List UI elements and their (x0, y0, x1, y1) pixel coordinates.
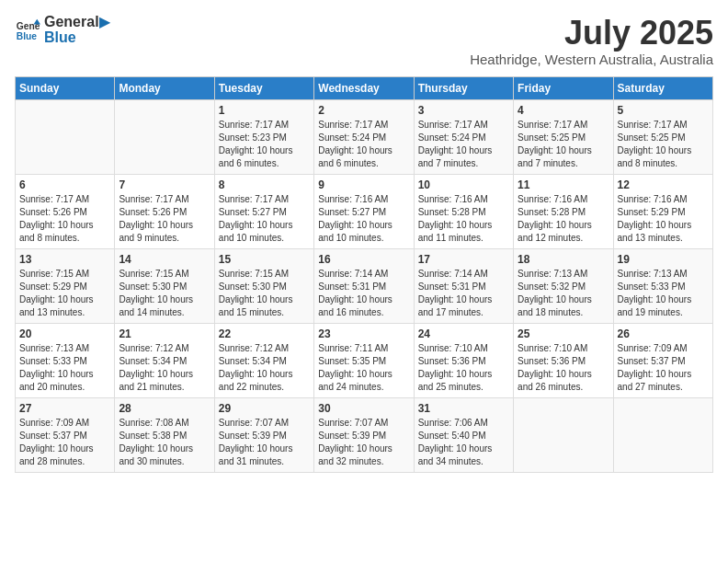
calendar-header-row: SundayMondayTuesdayWednesdayThursdayFrid… (16, 76, 713, 99)
day-info: Sunrise: 7:09 AMSunset: 5:37 PMDaylight:… (618, 342, 709, 394)
calendar-cell: 25Sunrise: 7:10 AMSunset: 5:36 PMDayligh… (514, 323, 613, 397)
calendar-cell: 13Sunrise: 7:15 AMSunset: 5:29 PMDayligh… (16, 248, 115, 323)
calendar-cell: 30Sunrise: 7:07 AMSunset: 5:39 PMDayligh… (314, 397, 414, 472)
day-number: 22 (219, 327, 310, 340)
day-info: Sunrise: 7:14 AMSunset: 5:31 PMDaylight:… (418, 268, 509, 319)
day-number: 26 (618, 327, 709, 340)
month-title: July 2025 (470, 15, 713, 52)
day-header-sunday: Sunday (16, 76, 115, 99)
day-info: Sunrise: 7:13 AMSunset: 5:33 PMDaylight:… (618, 268, 709, 319)
day-number: 23 (318, 327, 409, 340)
calendar-cell: 15Sunrise: 7:15 AMSunset: 5:30 PMDayligh… (214, 248, 313, 323)
calendar-cell: 21Sunrise: 7:12 AMSunset: 5:34 PMDayligh… (115, 323, 214, 397)
day-number: 20 (19, 327, 110, 340)
day-number: 12 (618, 178, 709, 191)
calendar-table: SundayMondayTuesdayWednesdayThursdayFrid… (15, 76, 713, 473)
day-info: Sunrise: 7:17 AMSunset: 5:27 PMDaylight:… (219, 193, 310, 245)
calendar-cell: 26Sunrise: 7:09 AMSunset: 5:37 PMDayligh… (613, 323, 712, 397)
day-info: Sunrise: 7:11 AMSunset: 5:35 PMDaylight:… (318, 342, 409, 394)
day-info: Sunrise: 7:07 AMSunset: 5:39 PMDaylight:… (219, 417, 310, 468)
day-info: Sunrise: 7:17 AMSunset: 5:24 PMDaylight:… (418, 119, 509, 170)
page-header: General Blue General▶ Blue July 2025 Hea… (15, 15, 713, 67)
day-info: Sunrise: 7:13 AMSunset: 5:32 PMDaylight:… (518, 268, 609, 319)
day-number: 21 (119, 327, 210, 340)
day-number: 4 (518, 104, 609, 117)
day-info: Sunrise: 7:12 AMSunset: 5:34 PMDaylight:… (119, 342, 210, 394)
day-number: 28 (119, 402, 210, 415)
day-number: 11 (518, 178, 609, 191)
calendar-cell: 12Sunrise: 7:16 AMSunset: 5:29 PMDayligh… (613, 174, 712, 248)
calendar-cell (115, 99, 214, 174)
day-header-monday: Monday (115, 76, 214, 99)
day-header-friday: Friday (514, 76, 613, 99)
calendar-cell (613, 397, 712, 472)
day-number: 27 (19, 402, 110, 415)
day-number: 25 (518, 327, 609, 340)
calendar-cell: 1Sunrise: 7:17 AMSunset: 5:23 PMDaylight… (214, 99, 313, 174)
day-info: Sunrise: 7:10 AMSunset: 5:36 PMDaylight:… (418, 342, 509, 394)
calendar-cell: 23Sunrise: 7:11 AMSunset: 5:35 PMDayligh… (314, 323, 414, 397)
day-number: 14 (119, 253, 210, 266)
calendar-cell: 29Sunrise: 7:07 AMSunset: 5:39 PMDayligh… (214, 397, 313, 472)
day-number: 8 (219, 178, 310, 191)
day-number: 29 (219, 402, 310, 415)
day-info: Sunrise: 7:09 AMSunset: 5:37 PMDaylight:… (19, 417, 110, 468)
day-info: Sunrise: 7:14 AMSunset: 5:31 PMDaylight:… (318, 268, 409, 319)
svg-text:Blue: Blue (17, 31, 38, 41)
calendar-cell: 17Sunrise: 7:14 AMSunset: 5:31 PMDayligh… (414, 248, 513, 323)
calendar-cell: 16Sunrise: 7:14 AMSunset: 5:31 PMDayligh… (314, 248, 414, 323)
calendar-cell: 4Sunrise: 7:17 AMSunset: 5:25 PMDaylight… (514, 99, 613, 174)
day-info: Sunrise: 7:17 AMSunset: 5:23 PMDaylight:… (219, 119, 310, 170)
day-info: Sunrise: 7:16 AMSunset: 5:29 PMDaylight:… (618, 193, 709, 245)
day-number: 10 (418, 178, 509, 191)
calendar-cell: 24Sunrise: 7:10 AMSunset: 5:36 PMDayligh… (414, 323, 513, 397)
day-info: Sunrise: 7:06 AMSunset: 5:40 PMDaylight:… (418, 417, 509, 468)
calendar-cell: 31Sunrise: 7:06 AMSunset: 5:40 PMDayligh… (414, 397, 513, 472)
calendar-cell: 5Sunrise: 7:17 AMSunset: 5:25 PMDaylight… (613, 99, 712, 174)
calendar-cell: 11Sunrise: 7:16 AMSunset: 5:28 PMDayligh… (514, 174, 613, 248)
calendar-cell: 6Sunrise: 7:17 AMSunset: 5:26 PMDaylight… (16, 174, 115, 248)
day-info: Sunrise: 7:17 AMSunset: 5:24 PMDaylight:… (318, 119, 409, 170)
calendar-cell (514, 397, 613, 472)
day-number: 9 (318, 178, 409, 191)
calendar-cell: 27Sunrise: 7:09 AMSunset: 5:37 PMDayligh… (16, 397, 115, 472)
day-info: Sunrise: 7:15 AMSunset: 5:30 PMDaylight:… (119, 268, 210, 319)
day-number: 13 (19, 253, 110, 266)
calendar-cell: 18Sunrise: 7:13 AMSunset: 5:32 PMDayligh… (514, 248, 613, 323)
calendar-cell: 8Sunrise: 7:17 AMSunset: 5:27 PMDaylight… (214, 174, 313, 248)
day-header-tuesday: Tuesday (214, 76, 313, 99)
location-title: Heathridge, Western Australia, Australia (470, 52, 713, 67)
day-number: 15 (219, 253, 310, 266)
day-number: 24 (418, 327, 509, 340)
day-info: Sunrise: 7:17 AMSunset: 5:26 PMDaylight:… (19, 193, 110, 245)
day-number: 18 (518, 253, 609, 266)
day-info: Sunrise: 7:10 AMSunset: 5:36 PMDaylight:… (518, 342, 609, 394)
day-number: 30 (318, 402, 409, 415)
day-number: 5 (618, 104, 709, 117)
calendar-cell: 10Sunrise: 7:16 AMSunset: 5:28 PMDayligh… (414, 174, 513, 248)
day-info: Sunrise: 7:15 AMSunset: 5:29 PMDaylight:… (19, 268, 110, 319)
calendar-body: 1Sunrise: 7:17 AMSunset: 5:23 PMDaylight… (16, 99, 713, 472)
day-number: 19 (618, 253, 709, 266)
calendar-week-3: 13Sunrise: 7:15 AMSunset: 5:29 PMDayligh… (16, 248, 713, 323)
calendar-cell: 28Sunrise: 7:08 AMSunset: 5:38 PMDayligh… (115, 397, 214, 472)
day-info: Sunrise: 7:16 AMSunset: 5:27 PMDaylight:… (318, 193, 409, 245)
calendar-week-5: 27Sunrise: 7:09 AMSunset: 5:37 PMDayligh… (16, 397, 713, 472)
day-header-thursday: Thursday (414, 76, 513, 99)
calendar-cell: 22Sunrise: 7:12 AMSunset: 5:34 PMDayligh… (214, 323, 313, 397)
day-info: Sunrise: 7:15 AMSunset: 5:30 PMDaylight:… (219, 268, 310, 319)
calendar-cell (16, 99, 115, 174)
calendar-cell: 19Sunrise: 7:13 AMSunset: 5:33 PMDayligh… (613, 248, 712, 323)
title-block: July 2025 Heathridge, Western Australia,… (470, 15, 713, 67)
calendar-cell: 2Sunrise: 7:17 AMSunset: 5:24 PMDaylight… (314, 99, 414, 174)
day-info: Sunrise: 7:08 AMSunset: 5:38 PMDaylight:… (119, 417, 210, 468)
day-info: Sunrise: 7:07 AMSunset: 5:39 PMDaylight:… (318, 417, 409, 468)
calendar-cell: 20Sunrise: 7:13 AMSunset: 5:33 PMDayligh… (16, 323, 115, 397)
logo: General Blue General▶ Blue (15, 15, 110, 46)
day-info: Sunrise: 7:17 AMSunset: 5:25 PMDaylight:… (618, 119, 709, 170)
day-info: Sunrise: 7:16 AMSunset: 5:28 PMDaylight:… (518, 193, 609, 245)
day-header-saturday: Saturday (613, 76, 712, 99)
day-number: 31 (418, 402, 509, 415)
logo-triangle: ▶ (99, 14, 110, 29)
day-number: 7 (119, 178, 210, 191)
